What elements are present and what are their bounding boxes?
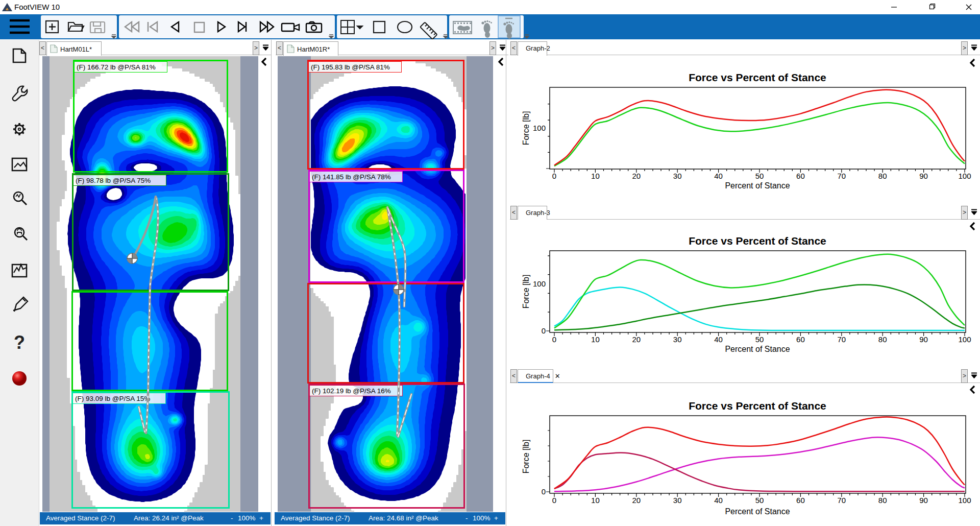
svg-text:70: 70 — [837, 172, 846, 180]
svg-text:20: 20 — [632, 496, 641, 505]
svg-text:0: 0 — [542, 326, 546, 335]
svg-text:50: 50 — [755, 496, 764, 505]
svg-text:Force vs Percent of Stance: Force vs Percent of Stance — [689, 400, 826, 412]
svg-text:Force [lb]: Force [lb] — [522, 275, 530, 309]
svg-text:60: 60 — [796, 172, 805, 180]
svg-text:20: 20 — [632, 335, 641, 344]
svg-text:100: 100 — [533, 279, 546, 288]
svg-text:0: 0 — [552, 496, 556, 505]
svg-text:40: 40 — [714, 172, 723, 180]
svg-text:10: 10 — [591, 172, 600, 180]
svg-text:60: 60 — [796, 335, 805, 344]
svg-text:Percent of Stance: Percent of Stance — [725, 507, 790, 516]
svg-text:Percent of Stance: Percent of Stance — [725, 345, 790, 353]
svg-text:0: 0 — [542, 487, 546, 496]
svg-text:50: 50 — [755, 335, 764, 344]
svg-text:70: 70 — [837, 335, 846, 344]
svg-text:70: 70 — [837, 496, 846, 505]
svg-text:90: 90 — [919, 496, 928, 505]
svg-text:10: 10 — [591, 496, 600, 505]
svg-text:100: 100 — [958, 172, 971, 180]
svg-text:50: 50 — [755, 172, 764, 180]
svg-text:100: 100 — [533, 124, 546, 132]
svg-text:80: 80 — [878, 496, 887, 505]
svg-text:10: 10 — [591, 335, 600, 344]
svg-text:30: 30 — [673, 335, 682, 344]
svg-text:40: 40 — [714, 496, 723, 505]
svg-text:0: 0 — [552, 335, 556, 344]
svg-text:90: 90 — [919, 172, 928, 180]
svg-text:40: 40 — [714, 335, 723, 344]
svg-text:Force vs Percent of Stance: Force vs Percent of Stance — [689, 71, 826, 83]
svg-text:30: 30 — [673, 172, 682, 180]
svg-text:Percent of Stance: Percent of Stance — [725, 181, 790, 190]
svg-text:100: 100 — [958, 335, 971, 344]
svg-text:100: 100 — [958, 496, 971, 505]
svg-text:0: 0 — [552, 172, 556, 180]
svg-text:80: 80 — [878, 172, 887, 180]
svg-text:Force [lb]: Force [lb] — [522, 440, 530, 474]
svg-text:Force vs Percent of Stance: Force vs Percent of Stance — [689, 235, 826, 247]
svg-text:20: 20 — [632, 172, 641, 180]
svg-text:80: 80 — [878, 335, 887, 344]
svg-text:Force [lb]: Force [lb] — [522, 111, 530, 146]
svg-text:30: 30 — [673, 496, 682, 505]
svg-text:60: 60 — [796, 496, 805, 505]
svg-text:90: 90 — [919, 335, 928, 344]
